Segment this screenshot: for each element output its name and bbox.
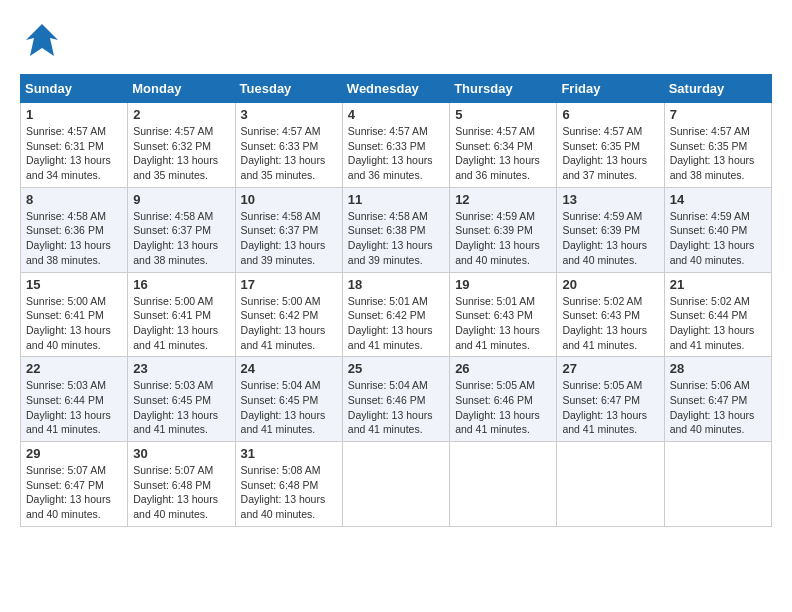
- weekday-header-row: SundayMondayTuesdayWednesdayThursdayFrid…: [21, 75, 772, 103]
- calendar-cell: [557, 442, 664, 527]
- calendar-week-row: 15Sunrise: 5:00 AMSunset: 6:41 PMDayligh…: [21, 272, 772, 357]
- day-info: Sunrise: 5:03 AMSunset: 6:44 PMDaylight:…: [26, 378, 122, 437]
- calendar-cell: [450, 442, 557, 527]
- svg-marker-0: [26, 24, 58, 56]
- day-info: Sunrise: 4:59 AMSunset: 6:39 PMDaylight:…: [455, 209, 551, 268]
- calendar-cell: 25Sunrise: 5:04 AMSunset: 6:46 PMDayligh…: [342, 357, 449, 442]
- day-info: Sunrise: 5:05 AMSunset: 6:47 PMDaylight:…: [562, 378, 658, 437]
- day-info: Sunrise: 5:01 AMSunset: 6:43 PMDaylight:…: [455, 294, 551, 353]
- day-number: 13: [562, 192, 658, 207]
- day-number: 20: [562, 277, 658, 292]
- day-info: Sunrise: 5:02 AMSunset: 6:44 PMDaylight:…: [670, 294, 766, 353]
- day-number: 28: [670, 361, 766, 376]
- calendar-cell: 1Sunrise: 4:57 AMSunset: 6:31 PMDaylight…: [21, 103, 128, 188]
- calendar-cell: 15Sunrise: 5:00 AMSunset: 6:41 PMDayligh…: [21, 272, 128, 357]
- day-number: 16: [133, 277, 229, 292]
- weekday-header-wednesday: Wednesday: [342, 75, 449, 103]
- day-info: Sunrise: 4:59 AMSunset: 6:40 PMDaylight:…: [670, 209, 766, 268]
- day-info: Sunrise: 4:57 AMSunset: 6:33 PMDaylight:…: [241, 124, 337, 183]
- calendar-cell: 27Sunrise: 5:05 AMSunset: 6:47 PMDayligh…: [557, 357, 664, 442]
- day-info: Sunrise: 4:57 AMSunset: 6:35 PMDaylight:…: [670, 124, 766, 183]
- day-number: 17: [241, 277, 337, 292]
- weekday-header-thursday: Thursday: [450, 75, 557, 103]
- calendar-cell: 7Sunrise: 4:57 AMSunset: 6:35 PMDaylight…: [664, 103, 771, 188]
- weekday-header-friday: Friday: [557, 75, 664, 103]
- day-number: 2: [133, 107, 229, 122]
- day-info: Sunrise: 5:06 AMSunset: 6:47 PMDaylight:…: [670, 378, 766, 437]
- calendar-cell: 17Sunrise: 5:00 AMSunset: 6:42 PMDayligh…: [235, 272, 342, 357]
- calendar-cell: 10Sunrise: 4:58 AMSunset: 6:37 PMDayligh…: [235, 187, 342, 272]
- day-number: 1: [26, 107, 122, 122]
- calendar-cell: 2Sunrise: 4:57 AMSunset: 6:32 PMDaylight…: [128, 103, 235, 188]
- day-info: Sunrise: 5:00 AMSunset: 6:42 PMDaylight:…: [241, 294, 337, 353]
- day-number: 30: [133, 446, 229, 461]
- day-info: Sunrise: 4:59 AMSunset: 6:39 PMDaylight:…: [562, 209, 658, 268]
- calendar-cell: 4Sunrise: 4:57 AMSunset: 6:33 PMDaylight…: [342, 103, 449, 188]
- calendar-cell: 3Sunrise: 4:57 AMSunset: 6:33 PMDaylight…: [235, 103, 342, 188]
- day-number: 18: [348, 277, 444, 292]
- day-number: 10: [241, 192, 337, 207]
- day-info: Sunrise: 4:58 AMSunset: 6:36 PMDaylight:…: [26, 209, 122, 268]
- day-number: 7: [670, 107, 766, 122]
- calendar-body: 1Sunrise: 4:57 AMSunset: 6:31 PMDaylight…: [21, 103, 772, 527]
- day-number: 23: [133, 361, 229, 376]
- page-header: [20, 20, 772, 64]
- logo: [20, 20, 68, 64]
- day-info: Sunrise: 4:58 AMSunset: 6:38 PMDaylight:…: [348, 209, 444, 268]
- day-info: Sunrise: 5:07 AMSunset: 6:47 PMDaylight:…: [26, 463, 122, 522]
- calendar-week-row: 29Sunrise: 5:07 AMSunset: 6:47 PMDayligh…: [21, 442, 772, 527]
- calendar-cell: 9Sunrise: 4:58 AMSunset: 6:37 PMDaylight…: [128, 187, 235, 272]
- calendar-cell: 22Sunrise: 5:03 AMSunset: 6:44 PMDayligh…: [21, 357, 128, 442]
- calendar-cell: 11Sunrise: 4:58 AMSunset: 6:38 PMDayligh…: [342, 187, 449, 272]
- day-info: Sunrise: 4:57 AMSunset: 6:34 PMDaylight:…: [455, 124, 551, 183]
- calendar-week-row: 8Sunrise: 4:58 AMSunset: 6:36 PMDaylight…: [21, 187, 772, 272]
- day-info: Sunrise: 5:01 AMSunset: 6:42 PMDaylight:…: [348, 294, 444, 353]
- day-number: 14: [670, 192, 766, 207]
- calendar-cell: 28Sunrise: 5:06 AMSunset: 6:47 PMDayligh…: [664, 357, 771, 442]
- day-info: Sunrise: 5:05 AMSunset: 6:46 PMDaylight:…: [455, 378, 551, 437]
- day-number: 29: [26, 446, 122, 461]
- day-number: 31: [241, 446, 337, 461]
- day-info: Sunrise: 4:57 AMSunset: 6:31 PMDaylight:…: [26, 124, 122, 183]
- calendar-cell: 12Sunrise: 4:59 AMSunset: 6:39 PMDayligh…: [450, 187, 557, 272]
- day-info: Sunrise: 4:58 AMSunset: 6:37 PMDaylight:…: [241, 209, 337, 268]
- calendar-cell: 13Sunrise: 4:59 AMSunset: 6:39 PMDayligh…: [557, 187, 664, 272]
- day-number: 27: [562, 361, 658, 376]
- day-number: 3: [241, 107, 337, 122]
- day-number: 25: [348, 361, 444, 376]
- calendar-cell: 24Sunrise: 5:04 AMSunset: 6:45 PMDayligh…: [235, 357, 342, 442]
- calendar-cell: [664, 442, 771, 527]
- weekday-header-saturday: Saturday: [664, 75, 771, 103]
- calendar-cell: 26Sunrise: 5:05 AMSunset: 6:46 PMDayligh…: [450, 357, 557, 442]
- day-number: 22: [26, 361, 122, 376]
- day-number: 26: [455, 361, 551, 376]
- day-info: Sunrise: 4:58 AMSunset: 6:37 PMDaylight:…: [133, 209, 229, 268]
- calendar-week-row: 22Sunrise: 5:03 AMSunset: 6:44 PMDayligh…: [21, 357, 772, 442]
- weekday-header-monday: Monday: [128, 75, 235, 103]
- day-info: Sunrise: 5:00 AMSunset: 6:41 PMDaylight:…: [26, 294, 122, 353]
- day-info: Sunrise: 4:57 AMSunset: 6:33 PMDaylight:…: [348, 124, 444, 183]
- calendar-cell: 6Sunrise: 4:57 AMSunset: 6:35 PMDaylight…: [557, 103, 664, 188]
- day-info: Sunrise: 5:02 AMSunset: 6:43 PMDaylight:…: [562, 294, 658, 353]
- calendar-week-row: 1Sunrise: 4:57 AMSunset: 6:31 PMDaylight…: [21, 103, 772, 188]
- calendar-cell: [342, 442, 449, 527]
- day-number: 8: [26, 192, 122, 207]
- calendar-cell: 5Sunrise: 4:57 AMSunset: 6:34 PMDaylight…: [450, 103, 557, 188]
- calendar-cell: 14Sunrise: 4:59 AMSunset: 6:40 PMDayligh…: [664, 187, 771, 272]
- day-number: 4: [348, 107, 444, 122]
- day-number: 6: [562, 107, 658, 122]
- calendar-cell: 16Sunrise: 5:00 AMSunset: 6:41 PMDayligh…: [128, 272, 235, 357]
- day-number: 19: [455, 277, 551, 292]
- calendar-header: SundayMondayTuesdayWednesdayThursdayFrid…: [21, 75, 772, 103]
- weekday-header-tuesday: Tuesday: [235, 75, 342, 103]
- calendar-cell: 18Sunrise: 5:01 AMSunset: 6:42 PMDayligh…: [342, 272, 449, 357]
- calendar-cell: 20Sunrise: 5:02 AMSunset: 6:43 PMDayligh…: [557, 272, 664, 357]
- day-info: Sunrise: 5:00 AMSunset: 6:41 PMDaylight:…: [133, 294, 229, 353]
- day-info: Sunrise: 4:57 AMSunset: 6:32 PMDaylight:…: [133, 124, 229, 183]
- calendar-cell: 29Sunrise: 5:07 AMSunset: 6:47 PMDayligh…: [21, 442, 128, 527]
- calendar-cell: 31Sunrise: 5:08 AMSunset: 6:48 PMDayligh…: [235, 442, 342, 527]
- logo-bird-icon: [20, 20, 64, 64]
- calendar-cell: 30Sunrise: 5:07 AMSunset: 6:48 PMDayligh…: [128, 442, 235, 527]
- day-number: 24: [241, 361, 337, 376]
- day-info: Sunrise: 4:57 AMSunset: 6:35 PMDaylight:…: [562, 124, 658, 183]
